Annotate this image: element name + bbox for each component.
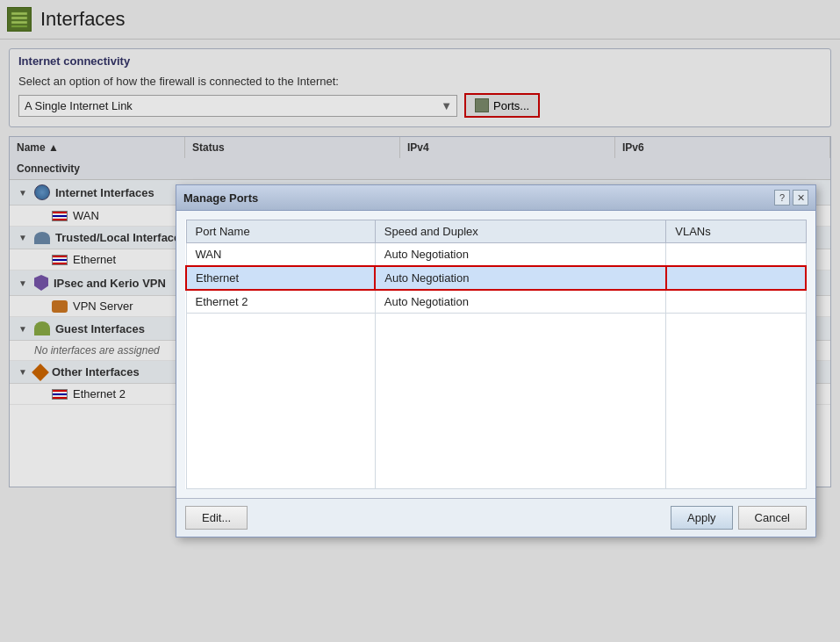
table-row[interactable]: WAN Auto Negotiation (186, 243, 806, 267)
table-row[interactable]: Ethernet 2 Auto Negotiation (186, 290, 806, 314)
dialog-help-button[interactable]: ? (774, 190, 790, 206)
port-name-cell: Ethernet 2 (186, 290, 375, 314)
vlans-cell (666, 266, 806, 290)
dialog-title: Manage Ports (183, 191, 258, 205)
ports-table: Port Name Speed and Duplex VLANs WAN Aut… (185, 220, 807, 489)
col-port-name: Port Name (186, 220, 375, 243)
col-speed-duplex: Speed and Duplex (375, 220, 665, 243)
dialog-titlebar-buttons: ? ✕ (774, 190, 808, 206)
vlans-cell (666, 243, 806, 267)
manage-ports-dialog: Manage Ports ? ✕ Port Name Speed and Dup… (176, 184, 816, 496)
port-name-cell: WAN (186, 243, 375, 267)
speed-cell: Auto Negotiation (375, 266, 665, 290)
speed-cell: Auto Negotiation (375, 290, 665, 314)
port-name-cell: Ethernet (186, 266, 375, 290)
dialog-body: Port Name Speed and Duplex VLANs WAN Aut… (176, 211, 815, 496)
vlans-cell (666, 290, 806, 314)
speed-cell: Auto Negotiation (375, 243, 665, 267)
col-vlans: VLANs (666, 220, 806, 243)
dialog-titlebar: Manage Ports ? ✕ (176, 185, 815, 211)
dialog-close-button[interactable]: ✕ (793, 190, 808, 206)
table-row-empty (186, 314, 806, 489)
table-row[interactable]: Ethernet Auto Negotiation (186, 266, 806, 290)
